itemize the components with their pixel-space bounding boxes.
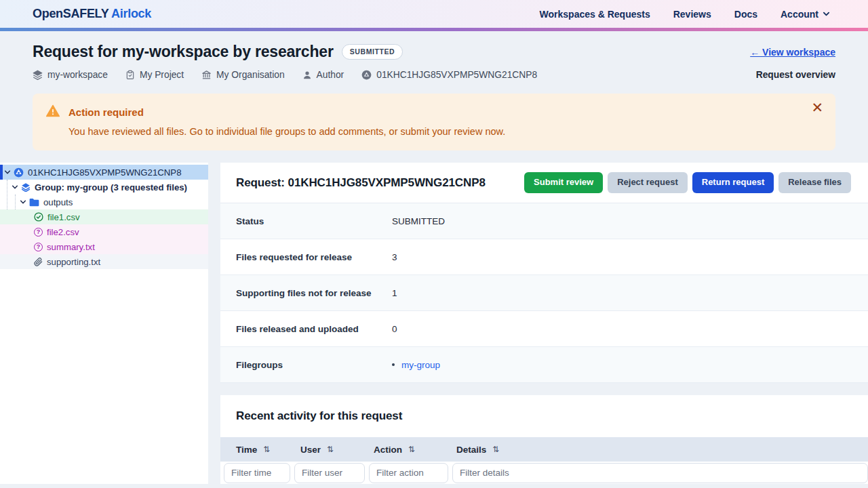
airlock-request-icon [14, 167, 24, 178]
file-tree-sidebar: 01KHC1HJG85VXPMP5WNG21CNP8 Group: my-gro… [0, 163, 208, 484]
top-navbar: OpenSAFELY Airlock Workspaces & Requests… [0, 0, 868, 28]
detail-label: Files released and uploaded [236, 324, 392, 334]
detail-row-status: Status SUBMITTED [220, 203, 868, 239]
paperclip-icon [34, 258, 43, 266]
crumb-project: My Project [125, 70, 184, 80]
nav-docs[interactable]: Docs [734, 9, 757, 20]
tree-item-label: supporting.txt [47, 257, 100, 267]
page-title: Request for my-workspace by researcher [33, 43, 334, 61]
status-badge: SUBMITTED [342, 44, 403, 60]
sort-icon[interactable]: ⇅ [263, 445, 270, 454]
nav-workspaces-requests[interactable]: Workspaces & Requests [540, 9, 650, 20]
tree-item-label: Group: my-group (3 requested files) [35, 182, 187, 192]
user-icon [302, 70, 312, 80]
detail-value: SUBMITTED [392, 216, 445, 226]
detail-row-supporting-files: Supporting files not for release 1 [220, 275, 868, 311]
detail-value: my-group [392, 360, 440, 370]
detail-label: Supporting files not for release [236, 288, 392, 298]
detail-row-filegroups: Filegroups my-group [220, 347, 868, 383]
tree-item-file2[interactable]: ? file2.csv [0, 224, 208, 239]
question-circle-icon: ? [34, 228, 43, 237]
tree-item-label: file2.csv [47, 227, 79, 237]
chevron-down-icon [823, 9, 830, 20]
column-header-details[interactable]: Details⇅ [456, 445, 868, 455]
nav-reviews[interactable]: Reviews [673, 9, 711, 20]
file-tree: 01KHC1HJG85VXPMP5WNG21CNP8 Group: my-gro… [0, 163, 208, 269]
nav-menu: Workspaces & Requests Reviews Docs Accou… [540, 9, 830, 20]
group-layers-icon [21, 182, 31, 192]
organisation-icon [201, 70, 212, 80]
request-overview-label: Request overview [756, 70, 835, 80]
submit-review-button[interactable]: Submit review [524, 172, 603, 192]
list-bullet [392, 363, 395, 366]
check-circle-icon [34, 212, 43, 222]
page-header: Request for my-workspace by researcher S… [0, 31, 868, 163]
crumb-organisation: My Organisation [201, 70, 284, 80]
column-header-user[interactable]: User⇅ [300, 445, 374, 455]
folder-icon [29, 198, 39, 207]
app-logo[interactable]: OpenSAFELY Airlock [33, 7, 151, 21]
request-heading: Request: 01KHC1HJG85VXPMP5WNG21CNP8 [236, 176, 486, 190]
tree-item-outputs-folder[interactable]: outputs [0, 195, 208, 209]
tree-item-summary[interactable]: ? summary.txt [0, 239, 208, 254]
detail-label: Status [236, 216, 392, 226]
action-required-alert: Action required You have reviewed all fi… [33, 94, 835, 150]
crumb-workspace-label: my-workspace [47, 70, 108, 80]
nav-account-label: Account [781, 9, 818, 20]
crumb-author: Author [302, 70, 344, 80]
crumb-request-id-label: 01KHC1HJG85VXPMP5WNG21CNP8 [376, 70, 537, 80]
detail-label: Filegroups [236, 360, 392, 370]
return-request-button[interactable]: Return request [692, 172, 774, 192]
section-gap [220, 383, 868, 395]
filter-user-input[interactable] [294, 463, 365, 483]
detail-value: 3 [392, 252, 397, 262]
reject-request-button[interactable]: Reject request [608, 172, 688, 192]
activity-filter-row [220, 462, 868, 484]
detail-row-files-released: Files released and uploaded 0 [220, 311, 868, 347]
view-workspace-link[interactable]: ← View workspace [750, 47, 835, 58]
chevron-down-icon[interactable] [12, 184, 18, 190]
detail-value: 1 [392, 288, 397, 298]
detail-value: 0 [392, 324, 397, 334]
logo-secondary: Airlock [111, 7, 151, 20]
crumb-project-label: My Project [140, 70, 184, 80]
filter-details-input[interactable] [452, 463, 868, 483]
close-icon[interactable]: ✕ [811, 100, 823, 115]
crumb-organisation-label: My Organisation [216, 70, 284, 80]
request-main-panel: Request: 01KHC1HJG85VXPMP5WNG21CNP8 Subm… [220, 163, 868, 484]
tree-item-label: 01KHC1HJG85VXPMP5WNG21CNP8 [28, 167, 181, 178]
tree-item-group[interactable]: Group: my-group (3 requested files) [0, 180, 208, 195]
crumb-request-id: 01KHC1HJG85VXPMP5WNG21CNP8 [361, 70, 537, 80]
tree-item-label: file1.csv [47, 212, 80, 222]
question-circle-icon: ? [34, 243, 43, 251]
activity-table-header: Time⇅ User⇅ Action⇅ Details⇅ [220, 437, 868, 462]
tree-item-file1[interactable]: file1.csv [0, 209, 208, 224]
logo-primary: OpenSAFELY [33, 7, 108, 20]
filter-time-input[interactable] [224, 463, 290, 483]
sort-icon[interactable]: ⇅ [492, 445, 499, 454]
sort-icon[interactable]: ⇅ [408, 445, 415, 454]
filegroup-link[interactable]: my-group [401, 360, 440, 370]
chevron-down-icon[interactable] [4, 169, 11, 176]
sort-icon[interactable]: ⇅ [327, 445, 334, 454]
release-files-button[interactable]: Release files [778, 172, 851, 192]
alert-title: Action required [68, 106, 144, 118]
crumb-author-label: Author [317, 70, 344, 80]
request-id-icon [361, 70, 372, 80]
filter-action-input[interactable] [369, 463, 448, 483]
tree-item-request-root[interactable]: 01KHC1HJG85VXPMP5WNG21CNP8 [0, 165, 208, 180]
chevron-down-icon[interactable] [20, 199, 26, 205]
tree-item-supporting[interactable]: supporting.txt [0, 254, 208, 269]
activity-heading: Recent activity for this request [236, 409, 402, 423]
warning-icon [46, 104, 60, 120]
crumb-workspace: my-workspace [33, 70, 108, 80]
tree-item-label: outputs [43, 197, 73, 207]
detail-label: Files requested for release [236, 252, 392, 262]
layers-icon [33, 70, 43, 80]
nav-account[interactable]: Account [781, 9, 830, 20]
column-header-action[interactable]: Action⇅ [374, 445, 456, 455]
detail-row-files-requested: Files requested for release 3 [220, 239, 868, 275]
tree-item-label: summary.txt [47, 242, 95, 252]
content-area: 01KHC1HJG85VXPMP5WNG21CNP8 Group: my-gro… [0, 163, 868, 484]
column-header-time[interactable]: Time⇅ [236, 445, 300, 455]
